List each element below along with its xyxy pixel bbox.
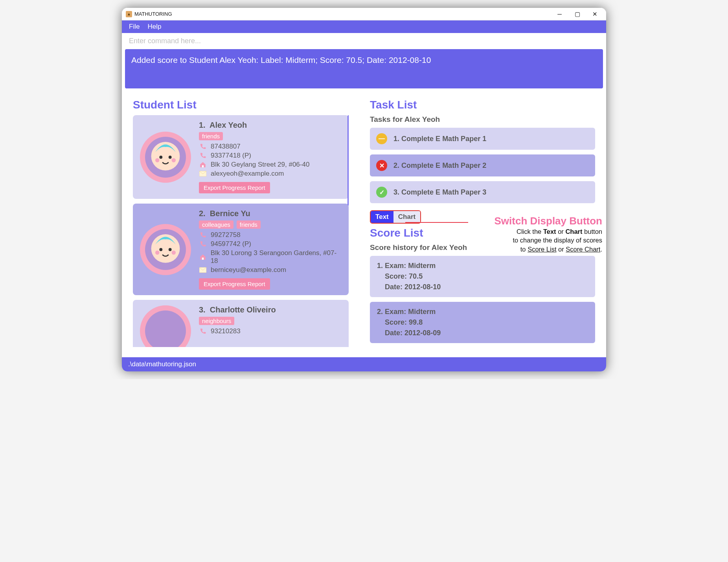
scrollbar-thumb[interactable]: [347, 115, 349, 206]
status-bar: .\data\mathutoring.json: [122, 357, 606, 371]
student-parent-phone: 94597742 (P): [211, 240, 251, 248]
task-index: 1.: [393, 135, 399, 143]
home-icon: [199, 253, 207, 261]
phone-icon: [199, 143, 207, 151]
export-progress-button[interactable]: Export Progress Report: [199, 278, 270, 290]
window-maximize-button[interactable]: ▢: [568, 8, 586, 20]
student-index: 1.: [199, 121, 206, 129]
score-display-toggle: Text Chart: [370, 210, 421, 224]
task-index: 3.: [393, 188, 399, 196]
annotation-title: Switch Display Button: [484, 215, 602, 227]
score-index: 1.: [377, 262, 383, 270]
export-progress-button[interactable]: Export Progress Report: [199, 182, 270, 193]
toggle-text-button[interactable]: Text: [371, 211, 393, 223]
task-item[interactable]: ✓ 3. Complete E Math Paper 3: [370, 181, 595, 203]
toggle-chart-button[interactable]: Chart: [393, 211, 420, 223]
task-title: Complete E Math Paper 2: [401, 162, 486, 169]
score-value: 70.5: [409, 272, 423, 280]
avatar-icon: [140, 132, 191, 183]
window-minimize-button[interactable]: ─: [551, 8, 568, 20]
svg-point-5: [155, 158, 159, 162]
status-done-icon: ✓: [376, 187, 387, 198]
mail-icon: [199, 170, 207, 178]
command-area: [122, 33, 606, 49]
titlebar: ▲ MATHUTORING ─ ▢ ✕: [122, 8, 606, 20]
home-icon: [199, 161, 207, 169]
task-item[interactable]: ✕ 2. Complete E Math Paper 2: [370, 154, 595, 176]
phone-icon: [199, 327, 207, 335]
avatar-icon: [140, 305, 191, 347]
tag: friends: [199, 132, 223, 140]
svg-point-3: [159, 156, 162, 159]
task-index: 2.: [393, 162, 399, 169]
student-index: 3.: [199, 305, 206, 314]
score-value: 99.8: [409, 318, 423, 326]
phone-icon: [199, 152, 207, 160]
tag: neighbours: [199, 317, 234, 325]
result-message: Added score to Student Alex Yeoh: Label:…: [125, 49, 603, 88]
content: Student List 1. Alex Yeoh friends 874388…: [122, 91, 606, 357]
svg-point-15: [172, 250, 176, 254]
student-email: berniceyu@example.com: [211, 266, 286, 274]
score-item: 2. Exam: Midterm Score: 99.8 Date: 2012-…: [370, 302, 595, 343]
svg-rect-16: [202, 258, 204, 260]
student-parent-phone: 93377418 (P): [211, 152, 251, 160]
mail-icon: [199, 266, 207, 274]
student-card[interactable]: 1. Alex Yeoh friends 87438807 93377418 (…: [133, 115, 349, 199]
menu-help[interactable]: Help: [146, 22, 163, 31]
score-list-subhead: Score history for Alex Yeoh: [370, 243, 595, 252]
student-index: 2.: [199, 209, 206, 218]
app-window: ▲ MATHUTORING ─ ▢ ✕ File Help Added scor…: [122, 8, 606, 371]
svg-point-6: [172, 158, 176, 162]
phone-icon: [199, 231, 207, 239]
svg-point-12: [159, 248, 162, 251]
score-item: 1. Exam: Midterm Score: 70.5 Date: 2012-…: [370, 256, 595, 297]
student-address: Blk 30 Lorong 3 Serangoon Gardens, #07-1…: [211, 249, 342, 265]
score-date: 2012-08-09: [404, 329, 441, 337]
student-address: Blk 30 Geylang Street 29, #06-40: [211, 161, 309, 169]
avatar-icon: [140, 224, 191, 275]
student-phone: 99272758: [211, 231, 241, 239]
tag: friends: [237, 220, 261, 229]
status-cancel-icon: ✕: [376, 160, 387, 171]
svg-point-14: [155, 250, 159, 254]
student-email: alexyeoh@example.com: [211, 170, 284, 178]
student-list-heading: Student List: [133, 99, 349, 111]
app-icon: ▲: [126, 11, 132, 17]
menu-file[interactable]: File: [127, 22, 141, 31]
student-name: Charlotte Oliveiro: [210, 305, 276, 314]
score-index: 2.: [377, 308, 383, 316]
window-title: MATHUTORING: [134, 11, 172, 17]
svg-rect-7: [202, 165, 204, 167]
student-name: Alex Yeoh: [210, 121, 247, 129]
task-list-subhead: Tasks for Alex Yeoh: [370, 115, 595, 124]
task-list-heading: Task List: [370, 99, 595, 111]
status-late-icon: —: [376, 133, 387, 144]
score-date: 2012-08-10: [404, 283, 441, 291]
student-scroll[interactable]: 1. Alex Yeoh friends 87438807 93377418 (…: [133, 115, 349, 347]
student-phone: 93210283: [211, 327, 241, 335]
svg-point-4: [169, 156, 172, 159]
student-card[interactable]: 3. Charlotte Oliveiro neighbours 9321028…: [133, 300, 349, 347]
task-title: Complete E Math Paper 3: [401, 188, 486, 196]
tag: colleagues: [199, 220, 233, 229]
command-input[interactable]: [122, 33, 606, 49]
task-item[interactable]: — 1. Complete E Math Paper 1: [370, 128, 595, 150]
phone-icon: [199, 240, 207, 248]
score-exam: Midterm: [408, 308, 436, 316]
student-panel: Student List 1. Alex Yeoh friends 874388…: [126, 93, 356, 353]
task-title: Complete E Math Paper 1: [401, 135, 486, 143]
right-panel: Task List Tasks for Alex Yeoh — 1. Compl…: [363, 93, 602, 353]
menubar: File Help: [122, 20, 606, 33]
student-card[interactable]: 2. Bernice Yu colleagues friends 9927275…: [133, 204, 349, 295]
score-exam: Midterm: [408, 262, 436, 270]
window-close-button[interactable]: ✕: [586, 8, 604, 20]
student-phone: 87438807: [211, 143, 241, 151]
score-list-heading: Score List: [370, 227, 595, 239]
svg-point-13: [169, 248, 172, 251]
student-name: Bernice Yu: [210, 209, 250, 218]
